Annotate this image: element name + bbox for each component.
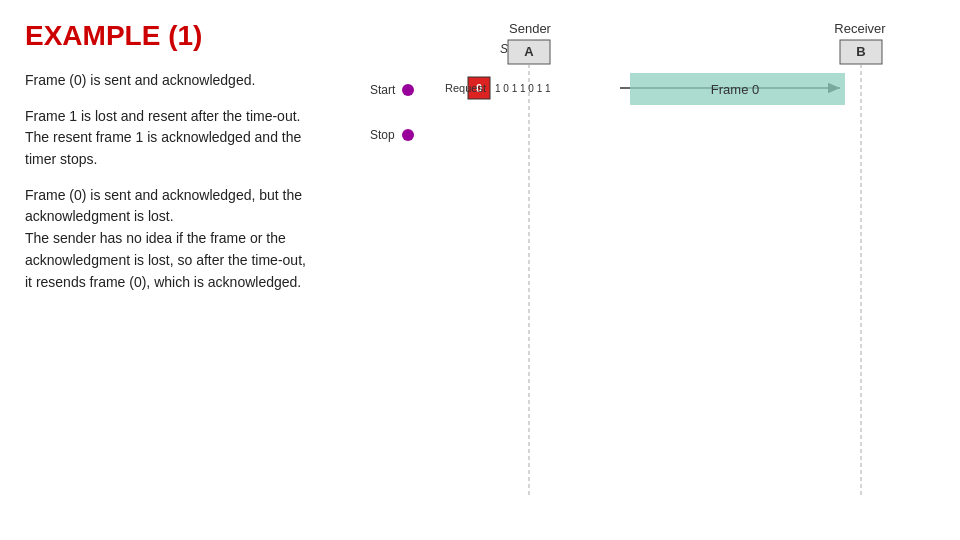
stop-dot [402,129,414,141]
paragraph-2: Frame 1 is lost and resent after the tim… [25,106,310,171]
paragraph-1: Frame (0) is sent and acknowledged. [25,70,310,92]
paragraph-3: Frame (0) is sent and acknowledged, but … [25,185,310,293]
request-label: Request [445,82,486,94]
bit-sequence: 1 0 1 1 0 1 1 [495,83,551,94]
text-block: Frame (0) is sent and acknowledged. Fram… [25,70,310,293]
receiver-label: Receiver [834,21,886,36]
frame0-label: Frame 0 [711,82,759,97]
start-label: Start [370,83,396,97]
box-b-label: B [856,44,865,59]
page-container: EXAMPLE (1) Frame (0) is sent and acknow… [0,0,960,540]
box-a-label: A [524,44,534,59]
start-dot [402,84,414,96]
timing-diagram-svg: Sender Receiver Sn A B Start 0 Request 1… [300,10,950,540]
stop-label: Stop [370,128,395,142]
diagram-area: Sender Receiver Sn A B Start 0 Request 1… [300,10,950,540]
sender-label: Sender [509,21,552,36]
